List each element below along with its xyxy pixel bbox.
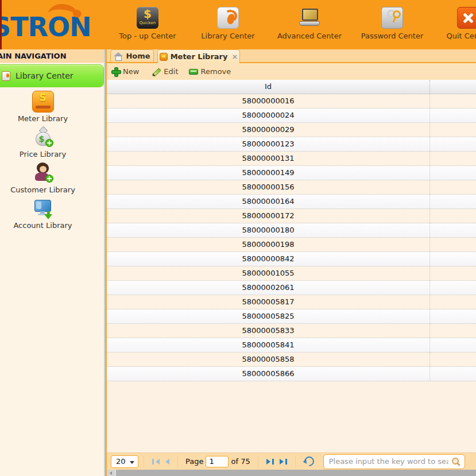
menu-item-password-center[interactable]: Password Center [355, 7, 429, 40]
meter-id-cell: 58000000198 [107, 238, 430, 252]
meter-id-cell: 58000000029 [107, 123, 430, 137]
table-row[interactable]: 58000000198 [107, 238, 476, 252]
empty-cell [430, 252, 476, 266]
meter-id-cell: 58000005866 [107, 367, 430, 381]
chevron-down-icon [130, 461, 134, 464]
empty-cell [430, 166, 476, 180]
table-row[interactable]: 58000000123 [107, 137, 476, 152]
table-row[interactable]: 58000005825 [107, 309, 476, 324]
search-input[interactable] [323, 454, 465, 469]
meter-id-cell: 58000005817 [107, 295, 430, 309]
plus-badge-icon [45, 175, 53, 183]
menu-item-advanced-center[interactable]: Advanced Center [272, 7, 347, 40]
prev-page-button[interactable] [165, 459, 169, 465]
next-page-button[interactable] [266, 459, 274, 465]
close-tab-icon[interactable]: × [231, 53, 238, 60]
table-row[interactable]: 58000000172 [107, 209, 476, 223]
empty-cell [430, 367, 476, 381]
table-row[interactable]: 58000000024 [107, 109, 476, 123]
table-row[interactable]: 58000005858 [107, 353, 476, 367]
table-row[interactable]: 58000000016 [107, 94, 476, 109]
table-row[interactable]: 58000000842 [107, 252, 476, 266]
sidebar-item-customer-library[interactable]: Customer Library [0, 162, 104, 194]
table-row[interactable]: 58000005833 [107, 324, 476, 338]
table-header-row: Id [107, 80, 476, 94]
table-row[interactable]: 58000005817 [107, 295, 476, 309]
sidebar-item-label: Customer Library [0, 185, 86, 194]
search-icon[interactable] [451, 457, 460, 466]
page-label: Page [185, 457, 203, 466]
tab-label: Home [126, 52, 150, 60]
orange-swoosh-box-icon [217, 7, 239, 29]
quit-x-icon [457, 7, 476, 29]
meter-id-cell: 58000005825 [107, 309, 430, 324]
first-page-icon [152, 459, 154, 465]
top-banner: STRON $Quicken Top - up Center Library C… [0, 0, 476, 49]
table-row[interactable]: 58000002061 [107, 281, 476, 295]
table-row[interactable]: 58000000164 [107, 195, 476, 209]
menu-item-library-center[interactable]: Library Center [191, 7, 265, 40]
table-row[interactable]: 58000000131 [107, 152, 476, 166]
pager-separator [295, 456, 296, 467]
page-total-label: of 75 [231, 457, 250, 466]
horizontal-scrollbar[interactable] [107, 470, 476, 476]
table-row[interactable]: 58000000029 [107, 123, 476, 137]
empty-cell [430, 223, 476, 238]
meter-id-cell: 58000000016 [107, 94, 430, 109]
plus-icon [111, 67, 120, 76]
meter-id-cell: 58000000842 [107, 252, 430, 266]
refresh-icon[interactable] [302, 454, 316, 468]
page-size-select[interactable]: 20 [111, 455, 138, 468]
prev-page-icon [165, 459, 169, 465]
scrollbar-thumb[interactable] [116, 470, 476, 476]
sidebar-item-label: Price Library [0, 150, 86, 158]
sidebar-item-label: Meter Library [0, 114, 86, 123]
first-page-icon [156, 459, 160, 465]
meter-id-cell: 58000000172 [107, 209, 430, 223]
menu-label: Advanced Center [272, 32, 347, 40]
meter-id-cell: 58000000024 [107, 109, 430, 123]
new-button[interactable]: New [111, 67, 139, 76]
menu-label: Library Center [191, 32, 265, 40]
table-row[interactable]: 58000000156 [107, 180, 476, 195]
sidebar-item-account-library[interactable]: Account Library [0, 198, 104, 230]
next-page-icon [266, 459, 270, 465]
sidebar-group-library-center[interactable]: Library Center [0, 64, 104, 87]
menu-item-quit-center[interactable]: Quit Center [431, 7, 476, 40]
empty-cell [430, 281, 476, 295]
plus-badge-icon [45, 139, 53, 147]
menu-item-topup-center[interactable]: $Quicken Top - up Center [110, 7, 185, 40]
scroll-left-arrow[interactable] [107, 470, 115, 476]
empty-cell [430, 94, 476, 109]
edit-button[interactable]: Edit [152, 67, 178, 76]
meter-tab-icon [160, 53, 168, 61]
empty-cell [430, 338, 476, 353]
empty-cell [430, 353, 476, 367]
empty-cell [430, 295, 476, 309]
sidebar-item-meter-library[interactable]: S Meter Library [0, 91, 104, 123]
sidebar-item-label: Account Library [0, 221, 86, 230]
remove-button[interactable]: Remove [189, 67, 231, 76]
table-row[interactable]: 58000000180 [107, 223, 476, 238]
table-row[interactable]: 58000000149 [107, 166, 476, 180]
table-row[interactable]: 58000001055 [107, 266, 476, 281]
page-number-input[interactable] [206, 456, 229, 467]
laptop-icon [299, 7, 320, 29]
pencil-icon [152, 67, 161, 76]
pagination-bar: 20 Page of 75 [107, 452, 476, 470]
dollar-badge-icon: $Quicken [137, 7, 158, 29]
tab-home[interactable]: Home [110, 49, 154, 62]
table-row[interactable]: 58000005841 [107, 338, 476, 353]
table-row[interactable]: 58000005866 [107, 367, 476, 381]
group-label: Library Center [16, 71, 73, 80]
monitor-download-icon [32, 198, 54, 219]
stron-logo: STRON [0, 14, 91, 40]
sidebar-item-price-library[interactable]: $ Price Library [0, 126, 104, 158]
first-page-button[interactable] [152, 459, 160, 465]
last-page-button[interactable] [280, 459, 287, 465]
menu-label: Top - up Center [110, 32, 185, 40]
tab-meter-library[interactable]: Meter Library × [157, 49, 240, 63]
pager-separator [177, 456, 178, 467]
meter-id-cell: 58000000149 [107, 166, 430, 180]
column-header-id[interactable]: Id [107, 80, 430, 94]
